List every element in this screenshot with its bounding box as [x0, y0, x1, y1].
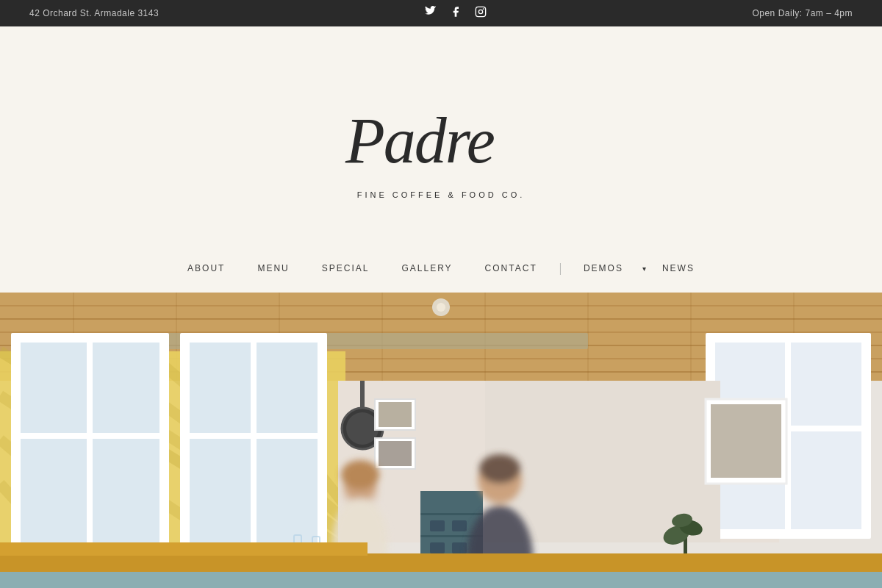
header: Padre Fine Coffee & Food Co.: [0, 26, 882, 247]
nav-item-about[interactable]: ABOUT: [171, 257, 241, 279]
svg-rect-50: [430, 520, 445, 531]
twitter-icon[interactable]: [425, 6, 437, 21]
logo-subtitle: Fine Coffee & Food Co.: [357, 190, 526, 199]
svg-point-2: [483, 9, 484, 10]
svg-rect-44: [379, 402, 412, 427]
svg-point-42: [346, 412, 379, 445]
address: 42 Orchard St. Armadale 3143: [29, 8, 159, 18]
svg-rect-52: [430, 542, 445, 553]
svg-rect-60: [711, 404, 781, 478]
interior-svg: [0, 293, 882, 588]
cafe-scene: [0, 293, 882, 588]
svg-rect-48: [420, 513, 483, 515]
svg-rect-76: [0, 553, 882, 572]
nav-item-demos[interactable]: DEMOS: [567, 257, 639, 279]
logo-container: Padre Fine Coffee & Food Co.: [331, 89, 551, 199]
svg-rect-0: [476, 7, 485, 16]
navigation: ABOUT MENU SPECIAL GALLERY CONTACT | DEM…: [0, 247, 882, 293]
nav-divider: |: [553, 262, 567, 275]
nav-item-contact[interactable]: CONTACT: [469, 257, 553, 279]
hours: Open Daily: 7am – 4pm: [752, 8, 853, 18]
hero-image: [0, 293, 882, 588]
facebook-icon[interactable]: [450, 6, 462, 21]
svg-rect-53: [452, 542, 467, 553]
svg-rect-46: [379, 441, 412, 466]
svg-rect-51: [452, 520, 467, 531]
nav-item-menu[interactable]: MENU: [241, 257, 305, 279]
nav-item-news[interactable]: NEWS: [646, 257, 711, 279]
social-icons: [425, 6, 487, 21]
instagram-icon[interactable]: [475, 6, 487, 21]
nav-item-special[interactable]: SPECIAL: [306, 257, 386, 279]
top-bar: 42 Orchard St. Armadale 3143 Open Daily:…: [0, 0, 882, 26]
svg-text:Padre: Padre: [345, 105, 495, 176]
svg-point-67: [341, 460, 379, 490]
nav-item-gallery[interactable]: GALLERY: [385, 257, 468, 279]
nav-dropdown-demos[interactable]: DEMOS ▾: [567, 257, 646, 279]
logo-svg: Padre: [331, 89, 551, 184]
svg-point-70: [479, 454, 520, 484]
svg-point-1: [478, 10, 482, 13]
svg-rect-77: [0, 542, 368, 556]
